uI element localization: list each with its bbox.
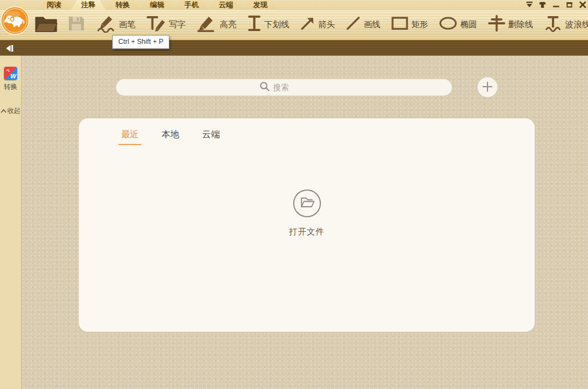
write-label: 写字: [169, 19, 185, 30]
open-file-action[interactable]: 打开文件: [289, 189, 325, 237]
open-file-label: 打开文件: [289, 227, 325, 237]
menu-tab-edit[interactable]: 编辑: [140, 0, 174, 10]
folder-icon: [34, 14, 58, 35]
arrow-icon: [300, 16, 315, 33]
chevron-up-icon: [1, 107, 7, 115]
shortcut-tooltip: Ctrl + Shift + P: [112, 35, 169, 49]
rectangle-label: 矩形: [411, 19, 428, 30]
menu-tab-read[interactable]: 阅读: [37, 0, 71, 10]
wavy-line-tool[interactable]: 波浪线: [544, 14, 588, 34]
rectangle-icon: [391, 16, 409, 33]
ellipse-icon: [439, 16, 458, 33]
menu-tab-annotate[interactable]: 注释: [71, 0, 105, 10]
highlight-label: 高亮: [220, 19, 237, 30]
pin-dropdown-icon[interactable]: [525, 1, 533, 8]
underline-icon: [247, 14, 262, 35]
brush-icon: [95, 14, 116, 35]
tab-local[interactable]: 本地: [162, 129, 179, 145]
ellipse-tool[interactable]: 椭圆: [439, 16, 477, 33]
menu-tab-convert[interactable]: 转换: [105, 0, 140, 10]
open-file-button[interactable]: [34, 14, 58, 35]
highlighter-icon: [196, 14, 217, 35]
draw-line-tool[interactable]: 画线: [345, 16, 380, 33]
window-controls: [525, 1, 586, 8]
plus-icon: [482, 81, 493, 94]
strikethrough-tool[interactable]: 删除线: [488, 14, 533, 34]
tab-cloud[interactable]: 云端: [202, 129, 220, 145]
menu-tab-cloud[interactable]: 云端: [209, 0, 243, 10]
write-tool[interactable]: 写字: [146, 14, 185, 35]
left-sidebar: W 转换 收起: [0, 56, 22, 389]
menu-tab-discover[interactable]: 发现: [243, 0, 278, 10]
menu-tab-mobile[interactable]: 手机: [174, 0, 209, 10]
sidebar-collapse-button[interactable]: 收起: [0, 106, 21, 116]
minimize-icon[interactable]: [552, 1, 560, 8]
skin-shirt-icon[interactable]: [539, 1, 546, 8]
underline-tool[interactable]: 下划线: [247, 14, 289, 35]
strikethrough-icon: [488, 14, 505, 34]
close-icon[interactable]: [579, 1, 586, 8]
arrow-label: 箭头: [318, 19, 335, 30]
menu-bar: 阅读 注释 转换 编辑 手机 云端 发现: [0, 0, 588, 10]
open-folder-icon: [299, 196, 315, 211]
library-card: 最近 本地 云端 打开文件: [79, 118, 535, 332]
strikethrough-label: 删除线: [508, 19, 533, 30]
library-main-area: 最近 本地 云端 打开文件: [22, 56, 588, 389]
annotation-toolbar: 画笔 写字 高亮 下划线: [0, 10, 588, 39]
save-button[interactable]: [68, 16, 84, 33]
underline-label: 下划线: [264, 19, 289, 30]
add-document-button[interactable]: [478, 77, 497, 97]
brush-tool[interactable]: 画笔: [95, 14, 135, 35]
rectangle-tool[interactable]: 矩形: [391, 16, 428, 33]
sidebar-item-convert[interactable]: W 转换: [3, 67, 18, 92]
arrow-tool[interactable]: 箭头: [300, 16, 335, 33]
pdf-to-word-icon: W: [4, 67, 17, 80]
tab-recent[interactable]: 最近: [121, 129, 139, 145]
collapse-panel-icon[interactable]: [5, 44, 14, 55]
reading-strip-bar: [0, 39, 588, 56]
wavy-line-icon: [544, 14, 562, 34]
app-logo[interactable]: [1, 6, 29, 35]
word-letter: W: [11, 73, 17, 79]
maximize-icon[interactable]: [565, 1, 573, 8]
write-icon: [146, 14, 166, 35]
save-icon: [68, 16, 84, 33]
search-bar[interactable]: [116, 79, 452, 96]
brush-label: 画笔: [119, 19, 135, 30]
line-icon: [345, 16, 361, 33]
menu-tabs: 阅读 注释 转换 编辑 手机 云端 发现: [37, 0, 278, 10]
search-icon: [259, 81, 270, 94]
ellipse-label: 椭圆: [460, 19, 477, 30]
library-tabs: 最近 本地 云端: [121, 129, 220, 145]
open-folder-circle[interactable]: [293, 189, 321, 217]
search-input[interactable]: [273, 83, 309, 92]
convert-label: 转换: [3, 82, 18, 92]
collapse-label: 收起: [7, 106, 21, 116]
highlight-tool[interactable]: 高亮: [196, 14, 237, 35]
draw-line-label: 画线: [364, 19, 380, 30]
wavy-line-label: 波浪线: [565, 19, 588, 30]
